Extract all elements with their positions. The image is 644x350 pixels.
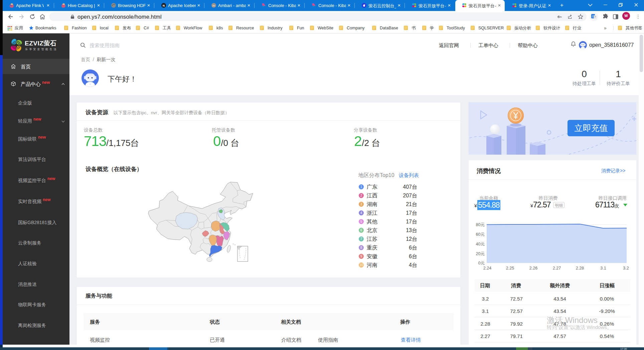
svg-text:80元: 80元 — [476, 222, 485, 227]
svg-text:3.2: 3.2 — [623, 266, 629, 271]
svg-text:0元: 0元 — [478, 261, 485, 266]
svg-text:60元: 60元 — [476, 232, 485, 237]
svg-text:40元: 40元 — [476, 242, 485, 246]
svg-text:2.25: 2.25 — [506, 266, 514, 271]
svg-text:N: N — [163, 4, 165, 7]
svg-text:立即充值: 立即充值 — [575, 123, 608, 133]
svg-text:2.27: 2.27 — [553, 266, 561, 271]
svg-text:2.24: 2.24 — [483, 266, 491, 271]
svg-text:20元: 20元 — [476, 251, 485, 256]
svg-text:3.1: 3.1 — [600, 266, 606, 271]
svg-text:2.26: 2.26 — [529, 266, 537, 271]
svg-text:2.28: 2.28 — [576, 266, 584, 271]
svg-text:G: G — [592, 15, 594, 18]
